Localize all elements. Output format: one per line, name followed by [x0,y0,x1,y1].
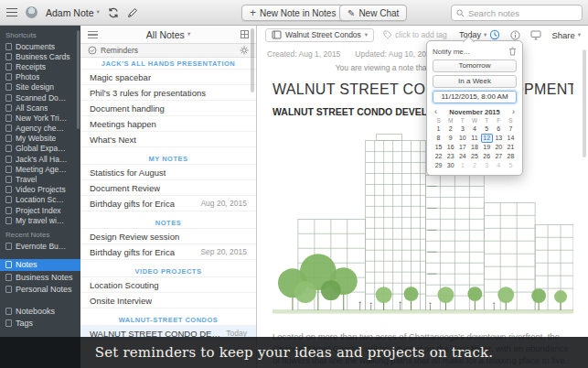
calendar-day[interactable]: 9 [444,134,456,143]
search-input[interactable] [468,8,577,18]
sidebar-item-tags[interactable]: Tags [0,318,80,330]
calendar-day[interactable]: 30 [444,161,456,170]
trash-icon[interactable] [508,47,517,56]
sidebar-item-site-design[interactable]: Site design [0,82,80,92]
notify-me-label[interactable]: Notify me... [433,48,469,56]
note-list-item[interactable]: Meetings happen [80,116,256,132]
sidebar-item-jack-s-all-ha[interactable]: Jack's All Ha… [0,154,80,164]
in-a-week-button[interactable]: In a Week [433,75,517,88]
sidebar-item-notes[interactable]: Notes [0,259,80,272]
new-chat-button[interactable]: ✎ New Chat [339,5,407,21]
sidebar-item-scanned-do[interactable]: Scanned Do… [0,92,80,103]
calendar-day[interactable]: 20 [493,143,505,152]
note-title[interactable]: WALNUT STREET CONDO DEVELOPMENT [273,81,573,98]
calendar-day[interactable]: 2 [468,161,480,170]
tomorrow-button[interactable]: Tomorrow [433,60,517,72]
gear-icon[interactable] [240,46,249,55]
calendar-day[interactable]: 17 [456,143,468,152]
prev-month-icon[interactable]: ‹ [433,108,439,115]
sidebar-item-personal-notes[interactable]: Personal Notes [0,284,80,297]
add-tag-field[interactable]: click to add tag [383,30,447,39]
note-list-header[interactable]: All Notes ▾ [80,26,256,44]
sidebar-item-business-notes[interactable]: Business Notes [0,271,80,284]
sidebar-item-project-index[interactable]: Project Index [0,205,80,215]
clock-icon[interactable] [489,29,500,40]
sidebar-toggle-icon[interactable] [6,8,17,16]
sidebar-item-video-projects[interactable]: Video Projects [0,185,80,195]
note-list-item[interactable]: Magic spacebar [80,70,256,85]
calendar-day[interactable]: 22 [433,152,444,161]
calendar-day[interactable]: 27 [493,152,505,161]
note-body-heading[interactable]: WALNUT STREET CONDO DEVELOPMENT [273,106,573,117]
calendar-day[interactable]: 2 [444,124,456,134]
sidebar-item-my-website[interactable]: My Website [0,134,80,144]
share-button[interactable]: Share ▾ [551,30,581,40]
sidebar-item-location-sc[interactable]: Location Sc… [0,195,80,205]
sidebar-item-receipts[interactable]: Receipts [0,61,80,71]
sidebar-item-evernote-bu[interactable]: Evernote Bu… [0,241,80,251]
calendar-day[interactable]: 21 [505,143,517,152]
sidebar-item-meeting-age[interactable]: Meeting Age… [0,164,80,174]
calendar-day[interactable]: 4 [493,161,505,170]
sidebar-item-photos[interactable]: Photos [0,72,80,82]
calendar-day[interactable]: 29 [433,161,444,170]
calendar-day[interactable]: 13 [493,134,505,143]
note-list-item[interactable]: Statistics for August [80,165,256,180]
note-list-item[interactable]: Onsite Interview [80,293,256,308]
snippet-view-icon[interactable] [88,31,98,38]
calendar-day[interactable]: 5 [481,124,493,134]
sidebar-item-documents[interactable]: Documents [0,41,80,51]
note-list-item[interactable]: Design Review session [80,229,256,244]
info-icon[interactable] [510,30,520,40]
account-avatar[interactable] [26,6,37,18]
calendar-day[interactable]: 28 [505,152,517,161]
sidebar-item-agency-che[interactable]: Agency che… [0,124,80,134]
card-view-icon[interactable] [241,30,249,38]
reminder-datetime-field[interactable]: 11/12/2015, 8:00 AM [433,91,517,103]
calendar-day[interactable]: 24 [456,152,468,161]
calendar-day[interactable]: 19 [481,143,493,152]
calendar-day[interactable]: 1 [433,124,444,134]
note-list-item[interactable]: Phil's 3 rules for presentations [80,85,256,101]
reminders-bar[interactable]: Reminders [80,44,256,58]
calendar-day[interactable]: 18 [468,143,480,152]
sidebar-item-new-york-tri[interactable]: New York Tri… [0,113,80,123]
sync-icon[interactable] [108,7,119,18]
calendar-day[interactable]: 23 [444,152,456,161]
sidebar-item-travel[interactable]: Travel [0,174,80,184]
calendar-day[interactable]: 7 [505,124,517,134]
calendar-day[interactable]: 1 [456,161,468,170]
annotate-icon[interactable] [127,7,138,18]
calendar-day[interactable]: 25 [468,152,480,161]
present-icon[interactable] [530,30,541,40]
sidebar-item-global-expa[interactable]: Global Expa… [0,144,80,154]
calendar-day[interactable]: 4 [468,124,480,134]
note-list-item[interactable]: Birthday gifts for EricaSep 20, 2015 [80,244,256,260]
calendar-day[interactable]: 3 [456,124,468,134]
sidebar-item-all-scans[interactable]: All Scans [0,103,80,113]
calendar-day[interactable]: 8 [433,134,444,143]
sidebar-item-business-cards[interactable]: Business Cards [0,51,80,61]
calendar-day[interactable]: 3 [481,161,493,170]
calendar-day[interactable]: 15 [433,143,444,152]
calendar-day[interactable]: 11 [468,134,480,143]
calendar-day[interactable]: 16 [444,143,456,152]
calendar-day[interactable]: 14 [505,134,517,143]
note-list-item[interactable]: Document Review [80,180,256,196]
search-field[interactable] [451,5,583,21]
sidebar-item-notebooks[interactable]: Notebooks [0,305,80,318]
note-pane-scrollbar[interactable] [583,49,586,157]
next-month-icon[interactable]: › [510,108,517,115]
note-list-item[interactable]: What's Next [80,132,256,147]
note-list-item[interactable]: Birthday gifts for EricaAug 20, 2015 [80,196,256,211]
note-list-item[interactable]: Document handling [80,101,256,116]
calendar-day[interactable]: 10 [456,134,468,143]
account-menu[interactable]: Adam Note ▾ [46,7,100,18]
calendar-day[interactable]: 6 [493,124,505,134]
calendar-day[interactable]: 5 [505,161,517,170]
new-note-button[interactable]: + New Note in Notes ▾ [241,5,351,21]
note-list-item[interactable]: Location Scouting [80,277,256,293]
sidebar-scrollbar[interactable] [77,30,80,129]
sidebar-item-my-travel-wi[interactable]: My travel wi… [0,215,80,225]
calendar-day[interactable]: 12 [481,134,493,143]
